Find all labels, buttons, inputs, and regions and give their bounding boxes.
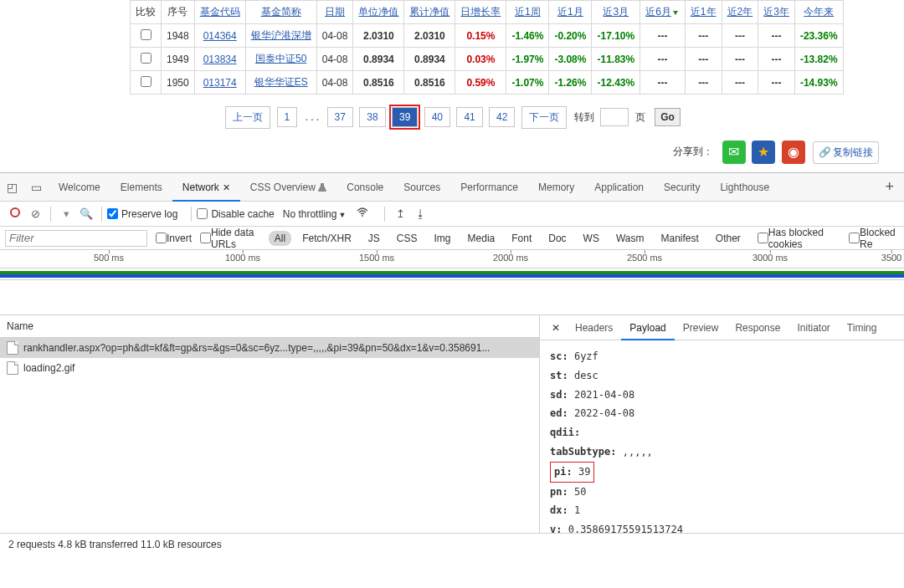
- th-name[interactable]: 基金简称: [261, 6, 301, 18]
- type-doc[interactable]: Doc: [542, 231, 572, 246]
- clear-icon[interactable]: ⊘: [25, 207, 45, 220]
- type-media[interactable]: Media: [462, 231, 501, 246]
- type-font[interactable]: Font: [506, 231, 537, 246]
- tab-memory[interactable]: Memory: [528, 173, 584, 202]
- th-daily[interactable]: 日增长率: [460, 6, 501, 18]
- fund-code-link[interactable]: 014364: [203, 30, 237, 42]
- go-button[interactable]: Go: [655, 108, 681, 126]
- favorite-icon[interactable]: ★: [752, 141, 775, 164]
- fund-name-link[interactable]: 银华沪港深增: [251, 29, 311, 41]
- request-row-2[interactable]: loading2.gif: [0, 358, 539, 378]
- payload-st-key: st:: [550, 370, 568, 381]
- th-y1[interactable]: 近1年: [691, 6, 717, 18]
- goto-input[interactable]: [600, 108, 629, 126]
- subtab-headers[interactable]: Headers: [567, 315, 621, 340]
- page-37[interactable]: 37: [327, 107, 353, 127]
- page-prev[interactable]: 上一页: [225, 106, 270, 129]
- fund-code-link[interactable]: 013834: [203, 54, 237, 65]
- copy-link-button[interactable]: 🔗复制链接: [813, 141, 879, 164]
- tick-2000: 2000 ms: [493, 253, 528, 263]
- tab-elements[interactable]: Elements: [110, 173, 172, 202]
- subtab-timing[interactable]: Timing: [839, 315, 886, 340]
- throttling-select[interactable]: No throttling▼: [283, 208, 347, 220]
- tab-network[interactable]: Network✕: [172, 173, 240, 202]
- type-js[interactable]: JS: [362, 231, 386, 246]
- page-41[interactable]: 41: [456, 107, 482, 127]
- payload-dx-key: dx:: [550, 504, 568, 516]
- page-suffix: 页: [635, 111, 645, 123]
- type-ws[interactable]: WS: [578, 231, 605, 246]
- cell-m3: -12.43%: [592, 71, 640, 95]
- type-img[interactable]: Img: [429, 231, 457, 246]
- blocked-requests-checkbox[interactable]: Blocked Re: [849, 227, 899, 250]
- th-w1[interactable]: 近1周: [515, 6, 541, 18]
- compare-checkbox[interactable]: [141, 53, 152, 64]
- blocked-cookies-checkbox[interactable]: Has blocked cookies: [758, 227, 840, 250]
- filter-input[interactable]: [5, 230, 147, 247]
- tab-sources[interactable]: Sources: [393, 173, 450, 202]
- fund-name-link[interactable]: 银华华证ES: [254, 76, 308, 88]
- fund-code-link[interactable]: 013174: [203, 77, 237, 89]
- search-icon[interactable]: 🔍: [76, 207, 96, 220]
- th-y2[interactable]: 近2年: [727, 6, 753, 18]
- type-manifest[interactable]: Manifest: [655, 231, 704, 246]
- tab-welcome[interactable]: Welcome: [49, 173, 110, 202]
- type-other[interactable]: Other: [710, 231, 747, 246]
- th-y3[interactable]: 近3年: [763, 6, 789, 18]
- cell-m6: ---: [640, 48, 686, 71]
- compare-checkbox[interactable]: [141, 76, 152, 87]
- page-40[interactable]: 40: [424, 107, 450, 127]
- upload-icon[interactable]: ↥: [390, 207, 410, 220]
- page-42[interactable]: 42: [489, 107, 515, 127]
- device-icon[interactable]: ▭: [24, 181, 49, 194]
- tab-console[interactable]: Console: [336, 173, 393, 202]
- close-icon[interactable]: ✕: [223, 182, 230, 192]
- page-1[interactable]: 1: [277, 107, 298, 127]
- request-list-header[interactable]: Name: [0, 315, 539, 338]
- tab-cssoverview[interactable]: CSS Overview: [240, 173, 336, 202]
- invert-checkbox[interactable]: Invert: [156, 233, 192, 244]
- th-ytd[interactable]: 今年来: [804, 6, 834, 18]
- record-icon[interactable]: [5, 207, 25, 220]
- tab-security[interactable]: Security: [654, 173, 710, 202]
- th-m6[interactable]: 近6月: [645, 6, 671, 18]
- page-next[interactable]: 下一页: [521, 106, 567, 129]
- page-39-current[interactable]: 39: [392, 107, 418, 127]
- subtab-preview[interactable]: Preview: [675, 315, 727, 340]
- type-all[interactable]: All: [269, 231, 291, 246]
- subtab-initiator[interactable]: Initiator: [788, 315, 838, 340]
- request-row-1[interactable]: rankhandler.aspx?op=ph&dt=kf&ft=gp&rs=&g…: [0, 338, 539, 358]
- cell-m6: ---: [640, 24, 686, 48]
- tab-performance[interactable]: Performance: [450, 173, 528, 202]
- filter-icon[interactable]: ▾: [56, 207, 76, 220]
- th-m3[interactable]: 近3月: [603, 6, 629, 18]
- page-38[interactable]: 38: [359, 107, 385, 127]
- th-code[interactable]: 基金代码: [200, 6, 240, 18]
- download-icon[interactable]: ⭳: [410, 207, 430, 220]
- disable-cache-checkbox[interactable]: Disable cache: [197, 208, 274, 220]
- th-date[interactable]: 日期: [325, 6, 345, 18]
- cell-date: 04-08: [316, 48, 353, 71]
- subtab-payload[interactable]: Payload: [621, 315, 674, 340]
- wifi-icon[interactable]: [352, 207, 372, 220]
- wechat-icon[interactable]: ✉: [722, 141, 746, 164]
- weibo-icon[interactable]: ◉: [782, 141, 805, 164]
- network-timeline[interactable]: 500 ms 1000 ms 1500 ms 2000 ms 2500 ms 3…: [0, 250, 904, 268]
- hide-dataurls-checkbox[interactable]: Hide data URLs: [200, 227, 266, 250]
- compare-checkbox[interactable]: [141, 29, 152, 40]
- th-accnav[interactable]: 累计净值: [409, 6, 449, 18]
- tab-lighthouse[interactable]: Lighthouse: [710, 173, 779, 202]
- th-nav[interactable]: 单位净值: [358, 6, 398, 18]
- tab-application[interactable]: Application: [584, 173, 654, 202]
- inspect-icon[interactable]: ◰: [0, 181, 24, 194]
- type-css[interactable]: CSS: [391, 231, 424, 246]
- type-wasm[interactable]: Wasm: [610, 231, 650, 246]
- subtab-response[interactable]: Response: [727, 315, 788, 340]
- close-detail-icon[interactable]: ✕: [545, 322, 567, 334]
- preserve-log-checkbox[interactable]: Preserve log: [107, 208, 177, 220]
- payload-pi-val: 39: [578, 466, 590, 478]
- type-fetch[interactable]: Fetch/XHR: [296, 231, 357, 246]
- add-tab-icon[interactable]: +: [875, 178, 904, 196]
- fund-name-link[interactable]: 国泰中证50: [255, 53, 306, 64]
- th-m1[interactable]: 近1月: [557, 6, 583, 18]
